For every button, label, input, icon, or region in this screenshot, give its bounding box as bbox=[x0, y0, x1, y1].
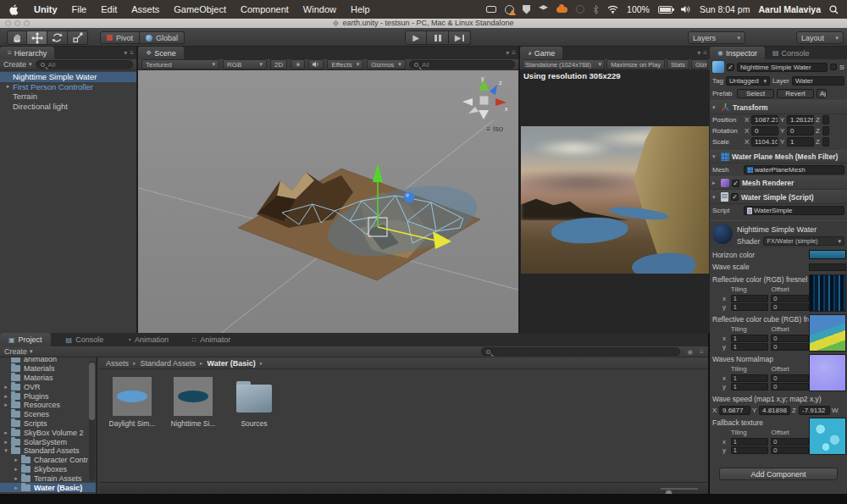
tree-folder-item[interactable]: Scenes bbox=[0, 410, 96, 419]
x-value-field[interactable]: 1087.21 bbox=[751, 115, 778, 125]
gameobject-name-field[interactable]: Nighttime Simple Water bbox=[737, 63, 828, 72]
asset-item[interactable]: Nighttime Si... bbox=[167, 377, 219, 428]
scene-viewport[interactable]: y z x ≡ Iso bbox=[138, 70, 518, 333]
effects-dropdown[interactable]: Effects▾ bbox=[327, 59, 363, 69]
lighting-toggle-button[interactable]: ☀ bbox=[291, 59, 305, 69]
tiling-y-field[interactable]: 1 bbox=[731, 446, 769, 454]
menu-item[interactable]: Edit bbox=[101, 4, 117, 14]
draw-mode-dropdown[interactable]: Textured▾ bbox=[141, 59, 219, 69]
pivot-toggle-button[interactable]: Pivot bbox=[100, 31, 140, 44]
expand-arrow-icon[interactable]: ▸ bbox=[3, 429, 9, 436]
cloud-icon[interactable] bbox=[556, 7, 567, 13]
hand-tool-button[interactable] bbox=[7, 30, 27, 45]
scene-orientation-gizmo[interactable]: y z x bbox=[457, 75, 510, 123]
bottom-tab[interactable]: ▣ Project bbox=[0, 333, 51, 346]
menu-item[interactable]: File bbox=[72, 4, 87, 14]
wave-speed-x-field[interactable]: 9.6877 bbox=[719, 406, 750, 415]
menu-item[interactable]: Window bbox=[303, 4, 336, 14]
tree-folder-item[interactable]: ▸ Resources bbox=[0, 401, 96, 410]
y-value-field[interactable]: 1.26126 bbox=[787, 115, 814, 125]
expand-arrow-icon[interactable]: ▸ bbox=[3, 393, 9, 400]
sync-alert-icon[interactable] bbox=[505, 5, 514, 14]
dropbox-icon[interactable] bbox=[539, 5, 548, 14]
water-script-component-header[interactable]: ▾ ✓ Water Simple (Script) bbox=[710, 190, 847, 204]
horizon-color-swatch[interactable] bbox=[809, 250, 846, 259]
render-mode-dropdown[interactable]: RGB▾ bbox=[223, 59, 267, 69]
panel-menu-icon[interactable]: ▾≡ bbox=[506, 49, 516, 57]
offset-x-field[interactable]: 0 bbox=[771, 438, 809, 446]
script-enabled-checkbox[interactable]: ✓ bbox=[731, 193, 739, 201]
expand-arrow-icon[interactable]: ▸ bbox=[13, 466, 19, 473]
tab-inspector[interactable]: ◉ Inspector bbox=[710, 47, 765, 59]
tiling-x-field[interactable]: 1 bbox=[731, 295, 769, 302]
mesh-field[interactable]: waterPlaneMesh bbox=[744, 165, 844, 174]
wifi-icon[interactable] bbox=[607, 5, 618, 14]
fallback-texture-thumb[interactable] bbox=[809, 418, 846, 455]
wave-speed-z-field[interactable]: -7.9132 bbox=[799, 406, 830, 415]
expand-arrow-icon[interactable]: ▸ bbox=[4, 83, 12, 90]
expand-arrow-icon[interactable]: ▸ bbox=[13, 485, 19, 491]
wave-speed-y-field[interactable]: 4.81898 bbox=[759, 406, 790, 415]
time-machine-icon[interactable] bbox=[576, 5, 584, 14]
asset-thumbnail[interactable] bbox=[235, 377, 274, 416]
hierarchy-item[interactable]: Terrain bbox=[0, 91, 136, 102]
offset-y-field[interactable]: 0 bbox=[771, 446, 809, 454]
offset-y-field[interactable]: 0 bbox=[771, 343, 809, 351]
script-field[interactable]: WaterSimple bbox=[744, 206, 844, 215]
mesh-filter-component-header[interactable]: ▾ Water Plane Mesh (Mesh Filter) bbox=[710, 150, 847, 163]
offset-x-field[interactable]: 0 bbox=[771, 295, 809, 302]
asset-item[interactable]: Daylight Sim... bbox=[106, 377, 158, 428]
project-create-button[interactable]: Create▾ bbox=[4, 347, 33, 356]
offset-y-field[interactable]: 0 bbox=[771, 303, 809, 311]
tree-folder-item[interactable]: ▸ Terrain Assets bbox=[0, 474, 96, 483]
tiling-x-field[interactable]: 1 bbox=[731, 438, 769, 446]
expand-arrow-icon[interactable]: ▸ bbox=[13, 475, 19, 482]
play-button[interactable]: ▶ bbox=[405, 30, 427, 45]
z-value-field[interactable] bbox=[822, 126, 829, 136]
prefab-revert-button[interactable]: Revert bbox=[777, 89, 814, 98]
x-value-field[interactable]: 0 bbox=[751, 126, 778, 136]
menu-item[interactable]: Help bbox=[351, 4, 370, 14]
breadcrumb-item[interactable]: Water (Basic) ▸ bbox=[208, 359, 263, 368]
active-checkbox[interactable]: ✓ bbox=[727, 64, 734, 71]
hierarchy-item[interactable]: Directional light bbox=[0, 102, 136, 112]
tree-folder-item[interactable]: ▸ SolarSystem bbox=[0, 437, 96, 446]
menu-item[interactable]: Unity bbox=[34, 4, 58, 14]
panel-menu-icon[interactable]: ≡ bbox=[700, 348, 704, 356]
reflective-texture-thumb[interactable] bbox=[809, 274, 846, 312]
expand-arrow-icon[interactable]: ▸ bbox=[3, 384, 9, 390]
expand-arrow-icon[interactable]: ▸ bbox=[13, 457, 19, 463]
tree-folder-item[interactable]: ▸ Character Contr bbox=[0, 456, 96, 465]
add-component-button[interactable]: Add Component bbox=[719, 468, 838, 480]
tab-scene[interactable]: ❖ Scene bbox=[138, 47, 184, 59]
battery-icon[interactable] bbox=[658, 6, 673, 14]
display-icon[interactable] bbox=[486, 6, 496, 13]
tab-hierarchy[interactable]: ≡ Hierarchy bbox=[0, 47, 54, 59]
panel-menu-icon[interactable]: ▾≡ bbox=[697, 49, 707, 57]
expand-arrow-icon[interactable]: ▸ bbox=[3, 439, 9, 446]
tag-dropdown[interactable]: Untagged▾ bbox=[726, 76, 770, 86]
pause-button[interactable] bbox=[427, 30, 449, 45]
stats-button[interactable]: Stats bbox=[667, 59, 689, 69]
menubar-user[interactable]: Aarul Malaviya bbox=[758, 4, 821, 14]
offset-x-field[interactable]: 0 bbox=[771, 374, 809, 382]
y-value-field[interactable]: 1 bbox=[787, 137, 814, 147]
expand-arrow-icon[interactable]: ▾ bbox=[3, 447, 9, 454]
scale-tool-button[interactable] bbox=[68, 30, 88, 45]
panel-menu-icon[interactable]: ▾≡ bbox=[124, 49, 134, 57]
tree-folder-item[interactable]: ▸ SkyBox Volume 2 bbox=[0, 428, 96, 437]
tree-folder-item[interactable]: Scripts bbox=[0, 419, 96, 429]
shader-dropdown[interactable]: FX/Water (simple)▾ bbox=[763, 236, 844, 246]
tab-game[interactable]: ◕ Game bbox=[520, 47, 562, 59]
renderer-enabled-checkbox[interactable]: ✓ bbox=[732, 180, 739, 187]
z-value-field[interactable] bbox=[822, 137, 829, 147]
tiling-y-field[interactable]: 1 bbox=[731, 383, 769, 390]
volume-icon[interactable] bbox=[681, 5, 691, 14]
scrollbar-thumb[interactable] bbox=[89, 363, 95, 420]
offset-x-field[interactable]: 0 bbox=[771, 335, 809, 342]
gizmos-dropdown[interactable]: Gizmos▾ bbox=[367, 59, 406, 69]
terrain-mesh[interactable] bbox=[233, 147, 491, 284]
menu-item[interactable]: GameObject bbox=[174, 4, 226, 14]
tree-scrollbar[interactable] bbox=[89, 361, 95, 481]
offset-y-field[interactable]: 0 bbox=[771, 383, 809, 390]
